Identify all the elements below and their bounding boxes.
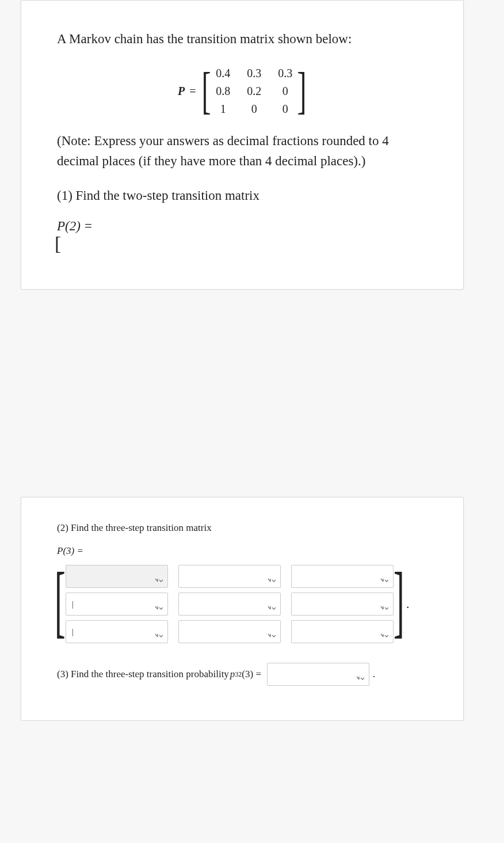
caret-icon xyxy=(380,633,388,639)
p-symbol: p xyxy=(230,669,235,680)
intro-text: A Markov chain has the transition matrix… xyxy=(57,29,427,48)
matrix-input-cell[interactable]: | xyxy=(66,593,168,616)
caret-icon xyxy=(155,606,163,612)
caret-icon xyxy=(380,606,388,612)
period: . xyxy=(373,669,375,680)
p-arg: (3) = xyxy=(242,669,261,680)
question-2-text: (2) Find the three-step transition matri… xyxy=(57,521,427,536)
matrix-cell: 0.8 xyxy=(215,85,231,98)
left-bracket-icon: [ xyxy=(202,66,211,116)
p3-label: P(3) = xyxy=(57,545,427,557)
matrix-P-display: P = [ 0.4 0.3 0.3 0.8 0.2 0 1 0 0 ] xyxy=(57,66,427,116)
matrix-cell: 1 xyxy=(215,102,231,116)
matrix-input-cell[interactable] xyxy=(178,593,281,616)
cell-value: | xyxy=(72,627,74,637)
question-1-text: (1) Find the two-step transition matrix xyxy=(57,186,427,206)
matrix-label: P xyxy=(178,85,185,98)
caret-icon xyxy=(268,606,276,612)
question-3-prefix: (3) Find the three-step transition proba… xyxy=(57,669,229,680)
matrix-input-cell[interactable] xyxy=(291,593,394,616)
p3-matrix-input: [ | xyxy=(57,563,427,645)
matrix-cell: 0 xyxy=(277,102,293,116)
caret-icon xyxy=(380,578,388,584)
note-text: (Note: Express your answers as decimal f… xyxy=(57,131,427,171)
matrix-input-cell[interactable] xyxy=(291,620,394,643)
matrix-cell: 0.4 xyxy=(215,67,231,80)
caret-icon xyxy=(268,578,276,584)
p-subscript: 32 xyxy=(235,670,242,679)
caret-icon xyxy=(155,578,163,584)
matrix-input-cell[interactable] xyxy=(291,565,394,588)
matrix-input-cell[interactable] xyxy=(66,565,168,588)
right-bracket-icon: ] xyxy=(394,560,404,643)
left-bracket-icon: [ xyxy=(55,560,66,643)
matrix-input-cell[interactable] xyxy=(178,620,281,643)
cell-value: | xyxy=(72,599,74,609)
p3-input-grid: | | xyxy=(63,563,396,645)
matrix-input-cell[interactable]: | xyxy=(66,620,168,643)
right-bracket-icon: ] xyxy=(297,66,306,116)
p2-label: P(2) = xyxy=(57,219,427,234)
caret-icon xyxy=(155,633,163,639)
equals-sign: = xyxy=(189,85,196,98)
caret-icon xyxy=(356,676,364,682)
matrix-cell: 0.3 xyxy=(277,67,293,80)
question-3-row: (3) Find the three-step transition proba… xyxy=(57,663,427,686)
matrix-cell: 0.3 xyxy=(246,67,262,80)
matrix-input-cell[interactable] xyxy=(178,565,281,588)
p3-label-text: P(3) = xyxy=(57,545,83,556)
matrix-grid: 0.4 0.3 0.3 0.8 0.2 0 1 0 0 xyxy=(212,67,297,116)
period: . xyxy=(406,598,409,611)
matrix-cell: 0 xyxy=(277,85,293,98)
matrix-cell: 0 xyxy=(246,102,262,116)
p2-open-bracket: [ xyxy=(55,233,427,255)
p2-label-text: P(2) = xyxy=(57,219,93,233)
matrix-cell: 0.2 xyxy=(246,85,262,98)
question-card-top: A Markov chain has the transition matrix… xyxy=(21,0,464,290)
question-card-bottom: (2) Find the three-step transition matri… xyxy=(21,497,464,722)
p32-input-cell[interactable] xyxy=(267,663,369,686)
caret-icon xyxy=(268,633,276,639)
